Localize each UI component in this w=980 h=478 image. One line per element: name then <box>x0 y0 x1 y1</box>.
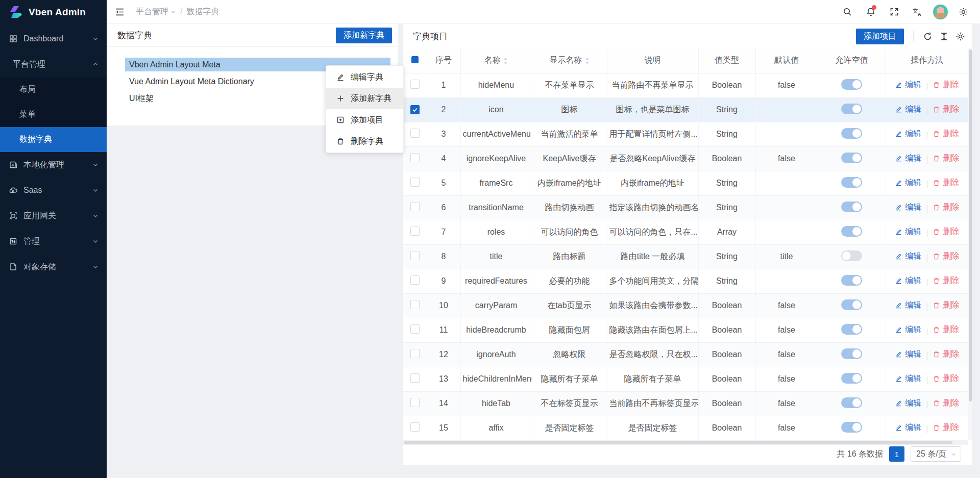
allow-null-toggle[interactable] <box>841 324 862 335</box>
sidebar-subitem-菜单[interactable]: 菜单 <box>0 102 107 127</box>
allow-null-toggle[interactable] <box>841 128 862 139</box>
delete-button[interactable]: 删除 <box>933 324 959 335</box>
sidebar-item-menu-4[interactable]: 应用网关 <box>0 203 107 229</box>
select-all-checkbox[interactable] <box>411 56 419 63</box>
delete-button[interactable]: 删除 <box>933 153 959 164</box>
column-header-名称[interactable]: 名称 <box>460 48 532 73</box>
delete-button[interactable]: 删除 <box>933 80 959 90</box>
sidebar-item-saas[interactable]: Saas <box>0 178 107 203</box>
edit-button[interactable]: 编辑 <box>895 300 921 311</box>
allow-null-toggle[interactable] <box>841 104 862 114</box>
translate-icon[interactable]: 文 A <box>909 2 926 22</box>
table-settings-icon[interactable] <box>955 32 965 41</box>
settings-gear-icon[interactable] <box>954 2 972 22</box>
allow-null-toggle[interactable] <box>841 226 862 237</box>
context-menu-item-添加新字典[interactable]: 添加新字典 <box>326 88 403 109</box>
sidebar-item-menu-2[interactable]: A本地化管理 <box>0 152 107 178</box>
row-checkbox[interactable] <box>410 129 420 138</box>
context-menu-item-删除字典[interactable]: 删除字典 <box>326 131 403 152</box>
column-height-icon[interactable] <box>940 32 948 41</box>
row-checkbox[interactable] <box>410 105 420 114</box>
allow-null-toggle[interactable] <box>841 299 862 310</box>
edit-button[interactable]: 编辑 <box>895 202 921 213</box>
edit-button[interactable]: 编辑 <box>895 227 921 237</box>
allow-null-toggle[interactable] <box>841 202 862 212</box>
delete-button[interactable]: 删除 <box>933 373 959 384</box>
edit-button[interactable]: 编辑 <box>895 324 921 335</box>
edit-button[interactable]: 编辑 <box>895 398 921 409</box>
allow-null-toggle[interactable] <box>841 153 862 163</box>
row-checkbox[interactable] <box>410 398 420 407</box>
row-checkbox[interactable] <box>410 153 420 162</box>
refresh-icon[interactable] <box>923 32 933 41</box>
fullscreen-icon[interactable] <box>886 2 903 22</box>
allow-null-toggle[interactable] <box>841 373 862 384</box>
cell-num: 4 <box>427 146 460 171</box>
row-checkbox[interactable] <box>410 202 420 211</box>
table-vertical-scrollbar[interactable] <box>968 48 972 440</box>
allow-null-toggle[interactable] <box>841 275 862 286</box>
page-number-button[interactable]: 1 <box>889 446 904 462</box>
edit-button[interactable]: 编辑 <box>895 80 921 90</box>
sort-icon[interactable] <box>503 57 508 64</box>
breadcrumb-item-platform[interactable]: 平台管理 <box>136 7 176 17</box>
edit-button[interactable]: 编辑 <box>895 349 921 360</box>
row-checkbox[interactable] <box>410 373 420 383</box>
allow-null-toggle[interactable] <box>841 348 862 359</box>
sidebar-subitem-布局[interactable]: 布局 <box>0 77 107 102</box>
edit-button[interactable]: 编辑 <box>895 422 921 433</box>
breadcrumb-item-dict[interactable]: 数据字典 <box>186 7 219 17</box>
page-size-select[interactable]: 25 条/页 <box>911 446 961 462</box>
column-header-显示名称[interactable]: 显示名称 <box>532 48 607 73</box>
edit-button[interactable]: 编辑 <box>895 275 921 286</box>
edit-button[interactable]: 编辑 <box>895 104 921 115</box>
allow-null-toggle[interactable] <box>841 250 862 261</box>
edit-button[interactable]: 编辑 <box>895 178 921 188</box>
sidebar-item-menu-1[interactable]: 平台管理 <box>0 52 107 77</box>
delete-button[interactable]: 删除 <box>933 227 959 237</box>
context-menu-item-添加项目[interactable]: 添加项目 <box>326 109 403 131</box>
allow-null-toggle[interactable] <box>841 177 862 188</box>
allow-null-toggle[interactable] <box>841 397 862 408</box>
delete-button[interactable]: 删除 <box>933 178 959 188</box>
delete-button[interactable]: 删除 <box>933 202 959 213</box>
user-avatar[interactable] <box>933 4 948 20</box>
edit-button[interactable]: 编辑 <box>895 129 921 139</box>
allow-null-toggle[interactable] <box>841 79 862 90</box>
add-item-button[interactable]: 添加项目 <box>856 29 904 44</box>
sort-icon[interactable] <box>585 57 590 64</box>
edit-button[interactable]: 编辑 <box>895 153 921 164</box>
sidebar-subitem-数据字典[interactable]: 数据字典 <box>0 127 107 152</box>
sidebar-item-menu-5[interactable]: 管理 <box>0 229 107 254</box>
app-logo[interactable]: Vben Admin <box>0 0 107 24</box>
delete-button[interactable]: 删除 <box>933 129 959 139</box>
search-icon[interactable] <box>839 2 856 22</box>
row-checkbox[interactable] <box>410 178 420 187</box>
context-menu-item-编辑字典[interactable]: 编辑字典 <box>326 66 403 88</box>
row-checkbox[interactable] <box>410 227 420 236</box>
edit-button[interactable]: 编辑 <box>895 373 921 384</box>
delete-button[interactable]: 删除 <box>933 398 959 409</box>
row-checkbox[interactable] <box>410 324 420 334</box>
row-checkbox[interactable] <box>410 251 420 260</box>
edit-button[interactable]: 编辑 <box>895 251 921 262</box>
row-checkbox[interactable] <box>410 422 420 432</box>
allow-null-toggle[interactable] <box>841 422 862 433</box>
delete-button[interactable]: 删除 <box>933 251 959 262</box>
delete-button[interactable]: 删除 <box>933 300 959 311</box>
row-checkbox[interactable] <box>410 349 420 358</box>
delete-button[interactable]: 删除 <box>933 275 959 286</box>
row-checkbox[interactable] <box>410 80 420 89</box>
sidebar-item-menu-6[interactable]: 对象存储 <box>0 254 107 280</box>
delete-button[interactable]: 删除 <box>933 349 959 360</box>
add-dictionary-button[interactable]: 添加新字典 <box>336 28 392 43</box>
sidebar-fold-icon[interactable] <box>115 7 125 17</box>
chevron-down-icon <box>92 238 99 244</box>
notification-bell-icon[interactable] <box>862 2 879 22</box>
delete-button[interactable]: 删除 <box>933 104 959 115</box>
delete-button[interactable]: 删除 <box>933 422 959 433</box>
row-checkbox[interactable] <box>410 275 420 285</box>
sidebar-item-dashboard[interactable]: Dashboard <box>0 26 107 52</box>
table-horizontal-scrollbar[interactable] <box>403 440 968 445</box>
row-checkbox[interactable] <box>410 300 420 309</box>
